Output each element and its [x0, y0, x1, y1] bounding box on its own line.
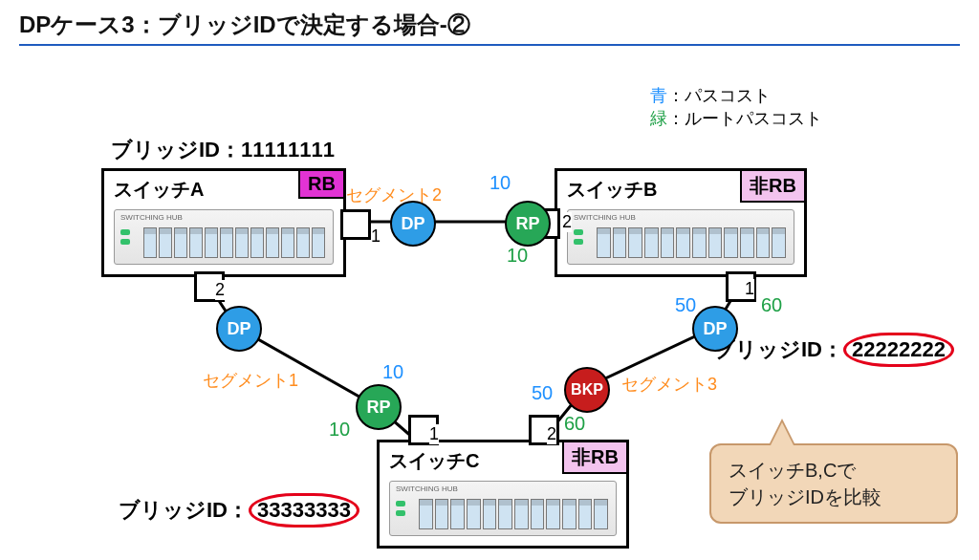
- switch-a-hub-label: SWITCHING HUB: [120, 213, 183, 222]
- switch-c-tag: 非RB: [562, 441, 628, 474]
- switch-c-hub: SWITCHING HUB: [389, 481, 617, 536]
- role-dp-seg1: DP: [216, 306, 262, 352]
- seg3-b-cost-blue: 50: [675, 294, 696, 316]
- role-dp-seg2: DP: [390, 201, 436, 247]
- seg2-cost-green: 10: [507, 245, 528, 267]
- switch-b-port2-label: 2: [562, 212, 572, 232]
- bridge-id-b: ブリッジID：22222222: [713, 333, 954, 367]
- legend-green-label: 緑: [650, 109, 667, 128]
- switch-b-led-icon: [574, 229, 583, 235]
- seg3-b-cost-green: 60: [761, 294, 782, 316]
- switch-a-tag: RB: [298, 169, 345, 199]
- legend-green: 緑：ルートパスコスト: [650, 107, 822, 130]
- role-rp-seg1: RP: [356, 384, 402, 430]
- seg2-cost-blue: 10: [490, 172, 511, 194]
- segment3-label: セグメント3: [621, 373, 717, 396]
- callout-line2: ブリッジIDを比較: [729, 484, 939, 510]
- segment2-label: セグメント2: [346, 183, 442, 206]
- seg3-c-cost-blue: 50: [532, 382, 553, 404]
- title-underline: [19, 44, 960, 46]
- bridge-id-c-value: 33333333: [249, 493, 359, 528]
- role-bkp-seg3: BKP: [564, 367, 610, 413]
- switch-b-title: スイッチB: [567, 177, 657, 203]
- switch-a-port1-label: 1: [371, 226, 381, 247]
- switch-b-port1-label: 1: [745, 279, 754, 299]
- role-rp-seg2: RP: [505, 201, 551, 247]
- switch-a: スイッチA RB SWITCHING HUB: [101, 168, 346, 277]
- switch-b-hub: SWITCHING HUB: [567, 209, 794, 265]
- switch-b-ports-icon: [597, 227, 786, 258]
- switch-c-port2-label: 2: [547, 424, 556, 444]
- switch-b-hub-label: SWITCHING HUB: [574, 213, 636, 222]
- bridge-id-c-prefix: ブリッジID：: [119, 498, 249, 522]
- callout: スイッチB,Cで ブリッジIDを比較: [709, 443, 958, 524]
- switch-a-led-icon: [120, 229, 130, 235]
- seg3-c-cost-green: 60: [564, 413, 585, 435]
- legend-blue-text: ：パスコスト: [667, 86, 771, 105]
- bridge-id-c: ブリッジID：33333333: [119, 493, 359, 528]
- switch-a-ports-icon: [143, 227, 325, 258]
- switch-c-port1-label: 1: [429, 424, 439, 444]
- segment1-label: セグメント1: [203, 369, 298, 392]
- seg1-cost-green: 10: [329, 419, 350, 441]
- switch-a-hub: SWITCHING HUB: [114, 209, 334, 265]
- switch-c: スイッチC 非RB SWITCHING HUB: [377, 440, 629, 549]
- switch-a-port1-stub: [340, 209, 371, 240]
- seg1-cost-blue: 10: [382, 361, 403, 383]
- switch-b: スイッチB 非RB SWITCHING HUB: [555, 168, 807, 277]
- role-dp-seg3: DP: [692, 306, 738, 352]
- callout-line1: スイッチB,Cで: [729, 457, 939, 484]
- legend-blue-label: 青: [650, 86, 667, 105]
- switch-b-tag: 非RB: [740, 169, 806, 203]
- bridge-id-b-value: 22222222: [843, 333, 954, 367]
- switch-a-title: スイッチA: [114, 177, 204, 203]
- bridge-id-a: ブリッジID：11111111: [111, 136, 335, 164]
- legend-blue: 青：パスコスト: [650, 84, 771, 107]
- switch-c-title: スイッチC: [389, 448, 479, 474]
- legend-green-text: ：ルートパスコスト: [667, 109, 822, 128]
- page-title: DPケース3：ブリッジIDで決定する場合-②: [19, 10, 470, 40]
- switch-c-hub-label: SWITCHING HUB: [396, 485, 458, 493]
- switch-c-led-icon: [396, 501, 405, 506]
- switch-c-ports-icon: [419, 499, 608, 529]
- switch-a-port2-label: 2: [215, 280, 225, 300]
